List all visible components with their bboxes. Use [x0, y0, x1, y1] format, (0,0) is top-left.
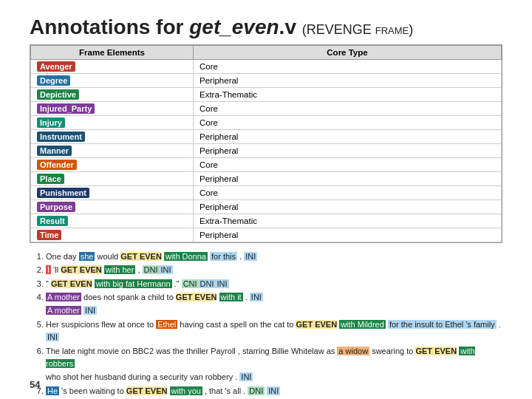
- frame-element-cell: Instrument: [31, 129, 194, 143]
- page-number: 54: [30, 379, 40, 390]
- title-frame-label: (REVENGE frame): [302, 22, 414, 37]
- core-type-cell: Core: [194, 101, 502, 115]
- table-row: TimePeripheral: [31, 228, 502, 242]
- fe-tag: Injury: [37, 117, 65, 128]
- frame-elements-table-container: Frame Elements Core Type AvengerCoreDegr…: [30, 44, 502, 243]
- frame-element-cell: Depictive: [31, 87, 194, 101]
- table-row: PurposePeripheral: [31, 200, 502, 214]
- fe-tag: Place: [37, 174, 64, 184]
- fe-tag: Time: [37, 230, 61, 240]
- fe-tag: Manner: [37, 146, 72, 156]
- core-type-cell: Core: [194, 157, 502, 171]
- title-italic: get_even: [189, 16, 279, 38]
- fe-tag: Instrument: [37, 132, 85, 142]
- core-type-cell: Core: [194, 115, 502, 129]
- fe-tag: Result: [37, 216, 68, 226]
- list-item: Her suspicions flew at once to Ethel hav…: [46, 318, 502, 344]
- table-row: InstrumentPeripheral: [31, 129, 502, 143]
- fe-tag: Punishment: [37, 188, 89, 198]
- example-sentences: One day she would GET EVEN with Donna fo…: [30, 250, 502, 399]
- table-row: AvengerCore: [31, 59, 502, 73]
- table-row: InjuryCore: [31, 115, 502, 129]
- frame-element-cell: Injured_Party: [31, 101, 194, 115]
- col-header-core-type: Core Type: [194, 45, 502, 59]
- table-row: PunishmentCore: [31, 185, 502, 200]
- list-item: He 's been waiting to GET EVEN with you …: [46, 385, 502, 398]
- list-item: A mother does not spank a child to GET E…: [46, 291, 502, 317]
- frame-element-cell: Offender: [31, 157, 194, 171]
- list-item: I 'll GET EVEN with her , DNIINI: [46, 264, 502, 277]
- fe-tag: Offender: [37, 160, 77, 170]
- core-type-cell: Peripheral: [194, 143, 502, 157]
- fe-tag: Depictive: [37, 89, 79, 100]
- frame-element-cell: Time: [31, 228, 194, 242]
- frame-element-cell: Result: [31, 214, 194, 228]
- fe-tag: Avenger: [37, 61, 75, 72]
- frame-element-cell: Avenger: [31, 59, 194, 73]
- core-type-cell: Peripheral: [194, 171, 502, 185]
- core-type-cell: Extra-Thematic: [194, 214, 502, 228]
- table-row: DepictiveExtra-Thematic: [31, 87, 502, 101]
- fe-tag: Purpose: [37, 202, 75, 212]
- list-item: The late night movie on BBC2 was the thr…: [46, 345, 502, 384]
- table-row: DegreePeripheral: [31, 73, 502, 87]
- core-type-cell: Core: [194, 185, 502, 200]
- frame-element-cell: Punishment: [31, 185, 194, 200]
- frame-element-cell: Manner: [31, 143, 194, 157]
- core-type-cell: Extra-Thematic: [194, 87, 502, 101]
- list-item: " GET EVEN with big fat Hermann ." CNIDN…: [46, 278, 502, 291]
- fe-tag: Degree: [37, 75, 70, 86]
- core-type-cell: Peripheral: [194, 73, 502, 87]
- core-type-cell: Core: [194, 59, 502, 73]
- page-title: Annotations for get_even.v (REVENGE fram…: [30, 15, 502, 40]
- frame-element-cell: Purpose: [31, 200, 194, 214]
- table-row: PlacePeripheral: [31, 171, 502, 185]
- slide: Annotations for get_even.v (REVENGE fram…: [0, 0, 532, 399]
- core-type-cell: Peripheral: [194, 228, 502, 242]
- frame-element-cell: Place: [31, 171, 194, 185]
- core-type-cell: Peripheral: [194, 200, 502, 214]
- fe-tag: Injured_Party: [37, 103, 95, 114]
- title-suffix: .v: [279, 16, 296, 38]
- table-row: MannerPeripheral: [31, 143, 502, 157]
- table-row: OffenderCore: [31, 157, 502, 171]
- frame-element-cell: Injury: [31, 115, 194, 129]
- title-text-plain: Annotations for: [30, 16, 189, 38]
- list-item: One day she would GET EVEN with Donna fo…: [46, 250, 502, 264]
- core-type-cell: Peripheral: [194, 129, 502, 143]
- table-row: Injured_PartyCore: [31, 101, 502, 115]
- frame-elements-table: Frame Elements Core Type AvengerCoreDegr…: [30, 45, 502, 242]
- table-row: ResultExtra-Thematic: [31, 214, 502, 228]
- col-header-frame-elements: Frame Elements: [31, 45, 194, 59]
- frame-element-cell: Degree: [31, 73, 194, 87]
